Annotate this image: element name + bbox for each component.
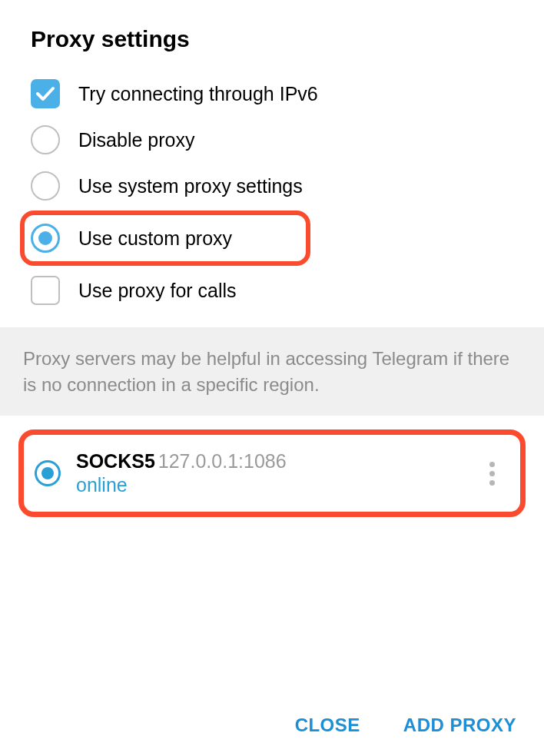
page-title: Proxy settings — [31, 26, 513, 52]
proxy-status: online — [76, 474, 480, 496]
option-proxy-for-calls[interactable]: Use proxy for calls — [31, 267, 513, 313]
proxy-info: SOCKS5127.0.0.1:1086 online — [76, 450, 480, 496]
option-system-proxy[interactable]: Use system proxy settings — [31, 163, 513, 209]
option-label: Use custom proxy — [78, 227, 232, 250]
option-disable-proxy[interactable]: Disable proxy — [31, 117, 513, 163]
checkbox-unchecked-icon — [31, 276, 60, 305]
dialog-footer: CLOSE ADD PROXY — [267, 695, 544, 756]
proxy-entry[interactable]: SOCKS5127.0.0.1:1086 online — [18, 429, 526, 517]
option-label: Try connecting through IPv6 — [78, 83, 318, 105]
option-custom-proxy-row: Use custom proxy — [31, 209, 513, 267]
option-ipv6[interactable]: Try connecting through IPv6 — [31, 71, 513, 117]
add-proxy-button[interactable]: ADD PROXY — [403, 715, 516, 736]
info-banner: Proxy servers may be helpful in accessin… — [0, 327, 544, 416]
radio-checked-icon[interactable] — [31, 224, 60, 253]
proxy-list: SOCKS5127.0.0.1:1086 online — [0, 416, 544, 517]
dialog-header: Proxy settings — [0, 0, 544, 71]
option-label: Use proxy for calls — [78, 280, 237, 302]
radio-unchecked-icon — [31, 171, 60, 201]
options-group: Try connecting through IPv6 Disable prox… — [0, 71, 544, 313]
option-label: Disable proxy — [78, 129, 194, 151]
option-label: Use system proxy settings — [78, 175, 303, 197]
close-button[interactable]: CLOSE — [295, 715, 360, 736]
more-icon[interactable] — [480, 462, 503, 486]
proxy-address: 127.0.0.1:1086 — [158, 450, 287, 472]
radio-unchecked-icon — [31, 125, 60, 154]
radio-checked-icon[interactable] — [35, 460, 61, 486]
checkbox-checked-icon — [31, 79, 60, 108]
annotation-highlight: Use custom proxy — [20, 211, 310, 266]
proxy-type: SOCKS5 — [76, 450, 155, 472]
info-text: Proxy servers may be helpful in accessin… — [23, 346, 521, 397]
